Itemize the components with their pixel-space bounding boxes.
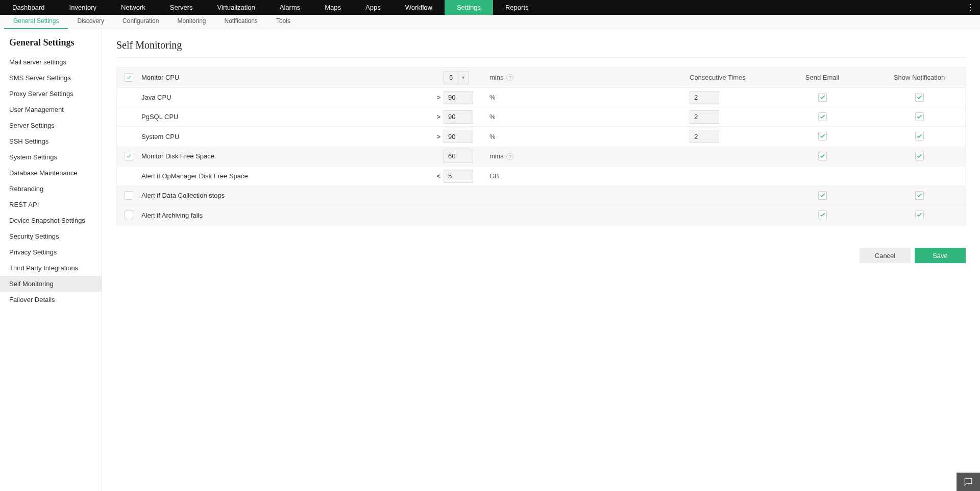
sidebar-item-rebranding[interactable]: Rebranding: [0, 181, 102, 197]
sidebar-title: General Settings: [0, 37, 102, 54]
cancel-button[interactable]: Cancel: [860, 248, 911, 263]
input-consecutive[interactable]: [690, 110, 719, 124]
checkbox-notif[interactable]: [915, 93, 924, 102]
sub-nav: General SettingsDiscoveryConfigurationMo…: [0, 15, 980, 29]
topnav-item-reports[interactable]: Reports: [493, 0, 541, 15]
sidebar-item-rest-api[interactable]: REST API: [0, 197, 102, 213]
subnav-item-general-settings[interactable]: General Settings: [4, 14, 68, 29]
sidebar-item-third-party-integrations[interactable]: Third Party Integrations: [0, 260, 102, 276]
row-cpu-java-cpu: Java CPU>%: [117, 88, 965, 107]
sidebar-item-ssh-settings[interactable]: SSH Settings: [0, 133, 102, 149]
sidebar-item-mail-server-settings[interactable]: Mail server settings: [0, 54, 102, 70]
label-monitor-cpu: Monitor CPU: [140, 74, 444, 81]
checkbox-email[interactable]: [818, 132, 827, 141]
checkbox-archive-notif[interactable]: [915, 211, 924, 219]
label: Java CPU: [140, 93, 431, 101]
top-nav: DashboardInventoryNetworkServersVirtuali…: [0, 0, 980, 15]
subnav-item-configuration[interactable]: Configuration: [113, 14, 168, 29]
input-threshold[interactable]: [444, 130, 473, 143]
sidebar-item-database-maintenance[interactable]: Database Maintenance: [0, 165, 102, 181]
sidebar-item-failover-details[interactable]: Failover Details: [0, 292, 102, 308]
sidebar-item-privacy-settings[interactable]: Privacy Settings: [0, 244, 102, 260]
checkbox-notif[interactable]: [915, 112, 924, 121]
help-icon[interactable]: ?: [506, 153, 513, 160]
subnav-item-discovery[interactable]: Discovery: [68, 14, 113, 29]
label-data-collection: Alert if Data Collection stops: [140, 192, 690, 199]
sidebar-item-security-settings[interactable]: Security Settings: [0, 228, 102, 244]
more-menu-icon[interactable]: ⋮: [966, 0, 974, 15]
checkbox-email[interactable]: [818, 112, 827, 121]
row-cpu-system-cpu: System CPU>%: [117, 127, 965, 146]
input-disk-interval[interactable]: [444, 150, 473, 163]
row-cpu-pgsql-cpu: PgSQL CPU>%: [117, 107, 965, 127]
subnav-item-notifications[interactable]: Notifications: [215, 14, 267, 29]
sidebar-item-sms-server-settings[interactable]: SMS Server Settings: [0, 70, 102, 86]
topnav-item-virtualization[interactable]: Virtualization: [205, 0, 267, 15]
input-consecutive[interactable]: [690, 91, 719, 104]
checkbox-notif[interactable]: [915, 132, 924, 141]
col-header-email: Send Email: [771, 74, 873, 81]
topnav-item-dashboard[interactable]: Dashboard: [0, 0, 57, 15]
sidebar-item-proxy-server-settings[interactable]: Proxy Server Settings: [0, 86, 102, 102]
topnav-item-network[interactable]: Network: [109, 0, 158, 15]
subnav-item-tools[interactable]: Tools: [267, 14, 300, 29]
input-disk-threshold[interactable]: [444, 170, 473, 183]
label: PgSQL CPU: [140, 113, 431, 121]
label-archiving: Alert if Archiving fails: [140, 212, 690, 219]
topnav-item-workflow[interactable]: Workflow: [393, 0, 445, 15]
settings-sidebar: General Settings Mail server settingsSMS…: [0, 29, 102, 491]
checkbox-archive-email[interactable]: [818, 211, 827, 219]
checkbox-email[interactable]: [818, 93, 827, 102]
checkbox-datacoll-notif[interactable]: [915, 191, 924, 200]
label: System CPU: [140, 133, 431, 141]
sidebar-item-device-snapshot-settings[interactable]: Device Snapshot Settings: [0, 213, 102, 228]
row-archiving: Alert if Archiving fails: [117, 205, 965, 225]
help-icon[interactable]: ?: [506, 74, 513, 81]
topnav-item-alarms[interactable]: Alarms: [267, 0, 312, 15]
topnav-item-servers[interactable]: Servers: [158, 0, 205, 15]
row-monitor-cpu: Monitor CPU 5 ▾ mins ? Consecutive Times…: [117, 67, 965, 88]
row-data-collection: Alert if Data Collection stops: [117, 186, 965, 205]
topnav-item-maps[interactable]: Maps: [312, 0, 353, 15]
sidebar-item-user-management[interactable]: User Management: [0, 102, 102, 118]
page-title: Self Monitoring: [116, 39, 966, 58]
checkbox-monitor-cpu[interactable]: [125, 73, 133, 82]
checkbox-disk-notif[interactable]: [915, 152, 924, 160]
input-threshold[interactable]: [444, 91, 473, 104]
chat-icon[interactable]: [957, 473, 980, 491]
topnav-item-settings[interactable]: Settings: [445, 0, 493, 15]
checkbox-monitor-disk[interactable]: [125, 152, 133, 160]
dropdown-cpu-interval[interactable]: 5 ▾: [444, 71, 469, 84]
sidebar-item-server-settings[interactable]: Server Settings: [0, 118, 102, 133]
main-panel: Self Monitoring Monitor CPU 5 ▾ min: [102, 29, 980, 491]
chevron-down-icon: ▾: [458, 72, 468, 84]
label-monitor-disk: Monitor Disk Free Space: [140, 152, 444, 160]
checkbox-datacoll-email[interactable]: [818, 191, 827, 200]
sidebar-item-system-settings[interactable]: System Settings: [0, 149, 102, 165]
topnav-item-inventory[interactable]: Inventory: [57, 0, 109, 15]
label-disk-threshold: Alert if OpManager Disk Free Space: [140, 172, 431, 180]
checkbox-data-collection[interactable]: [125, 191, 133, 200]
col-header-consecutive: Consecutive Times: [690, 74, 771, 81]
input-threshold[interactable]: [444, 110, 473, 124]
save-button[interactable]: Save: [915, 248, 966, 263]
sidebar-item-self-monitoring[interactable]: Self Monitoring: [0, 276, 102, 292]
checkbox-archiving[interactable]: [125, 211, 133, 219]
checkbox-disk-email[interactable]: [818, 152, 827, 160]
col-header-notification: Show Notification: [873, 74, 965, 81]
subnav-item-monitoring[interactable]: Monitoring: [168, 14, 215, 29]
self-monitoring-grid: Monitor CPU 5 ▾ mins ? Consecutive Times…: [116, 67, 966, 225]
action-bar: Cancel Save: [116, 248, 966, 263]
input-consecutive[interactable]: [690, 130, 719, 143]
topnav-item-apps[interactable]: Apps: [353, 0, 393, 15]
row-disk-threshold: Alert if OpManager Disk Free Space < GB: [117, 167, 965, 186]
row-monitor-disk: Monitor Disk Free Space mins ?: [117, 146, 965, 167]
